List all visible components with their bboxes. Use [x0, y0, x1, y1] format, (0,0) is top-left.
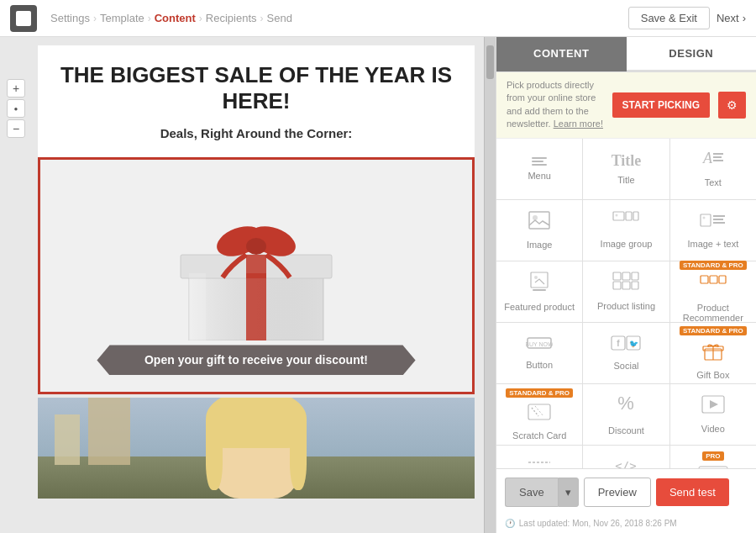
svg-text:BUY NOW: BUY NOW: [526, 341, 553, 347]
block-scratch-card-label: Scratch Card: [512, 430, 566, 441]
gift-banner: Open your gift to receive your discount!: [97, 345, 415, 375]
video-icon: [701, 394, 726, 419]
block-html-code[interactable]: </> HTML code: [583, 446, 669, 468]
save-dropdown-button[interactable]: ▾: [558, 478, 579, 507]
block-text[interactable]: A Text: [670, 139, 756, 199]
tab-design[interactable]: DESIGN: [627, 37, 757, 71]
scratch-card-badge: STANDARD & PRO: [506, 388, 573, 398]
gift-box-badge: STANDARD & PRO: [680, 326, 747, 335]
svg-rect-20: [701, 214, 711, 226]
scratch-card-icon: [527, 403, 552, 425]
svg-rect-23: [713, 219, 723, 220]
svg-point-26: [534, 276, 538, 279]
top-navigation: Settings › Template › Content › Recipien…: [0, 0, 756, 37]
svg-rect-13: [713, 160, 723, 161]
zoom-reset-button[interactable]: ●: [7, 99, 25, 118]
chevron-icon: ›: [148, 13, 151, 24]
zoom-out-button[interactable]: −: [7, 119, 25, 138]
save-button[interactable]: Save: [505, 478, 558, 507]
breadcrumb-recipients[interactable]: Recipients: [206, 12, 257, 24]
block-button-label: Button: [526, 360, 553, 370]
menu-icon: [532, 157, 547, 166]
block-image-text[interactable]: Image + text: [670, 200, 756, 261]
email-headline: THE BIGGEST SALE OF THE YEAR IS HERE!: [55, 62, 458, 114]
block-button[interactable]: BUY NOW Button: [496, 323, 582, 383]
block-menu-label: Menu: [528, 171, 551, 181]
main-area: + ● − THE BIGGEST SALE OF THE YEAR IS HE…: [0, 37, 756, 533]
learn-more-link[interactable]: Learn more!: [554, 119, 603, 129]
block-menu[interactable]: Menu: [496, 139, 582, 199]
svg-rect-33: [632, 282, 638, 289]
image-icon: [528, 210, 551, 235]
svg-rect-16: [613, 212, 624, 220]
svg-rect-29: [622, 272, 630, 280]
product-banner: Pick products directly from your online …: [496, 72, 756, 139]
svg-rect-3: [246, 273, 266, 340]
svg-rect-31: [613, 282, 621, 289]
svg-text:</>: </>: [616, 459, 637, 468]
block-nosto[interactable]: PRO nosto PRO Nosto: [670, 446, 756, 468]
gear-button[interactable]: ⚙: [718, 92, 746, 119]
right-panel: CONTENT DESIGN Pick products directly fr…: [496, 37, 756, 533]
svg-rect-35: [710, 276, 717, 283]
svg-point-21: [702, 217, 705, 219]
scroll-handle[interactable]: [486, 45, 494, 79]
bottom-actions: Save ▾ Preview Send test: [496, 468, 756, 515]
svg-rect-25: [531, 272, 548, 288]
email-subheadline: Deals, Right Around the Corner:: [55, 126, 458, 140]
email-preview: + ● − THE BIGGEST SALE OF THE YEAR IS HE…: [0, 37, 496, 533]
product-banner-text: Pick products directly from your online …: [507, 79, 604, 131]
start-picking-button[interactable]: START PICKING: [612, 92, 710, 118]
svg-rect-28: [613, 272, 621, 280]
nosto-badge: PRO: [702, 451, 723, 461]
breadcrumb-content: Content: [155, 12, 196, 24]
svg-text:A: A: [702, 150, 713, 166]
image-text-icon: [700, 211, 727, 234]
svg-text:f: f: [617, 339, 621, 348]
tab-content[interactable]: CONTENT: [496, 37, 627, 71]
title-icon: Title: [612, 152, 642, 170]
gift-box-block-icon: [701, 340, 725, 365]
block-product-listing[interactable]: Product listing: [583, 261, 669, 322]
preview-button[interactable]: Preview: [584, 478, 651, 507]
block-image-group-label: Image group: [601, 239, 653, 249]
block-social[interactable]: f 🐦 Social: [583, 323, 669, 383]
svg-text:🐦: 🐦: [629, 339, 639, 349]
block-scratch-card[interactable]: STANDARD & PRO Scratch Card: [496, 384, 582, 445]
block-featured-product-label: Featured product: [504, 302, 575, 312]
blocks-grid: Menu Title Title A Text Image: [496, 139, 756, 468]
product-recommender-badge: STANDARD & PRO: [680, 261, 747, 270]
svg-rect-22: [713, 215, 725, 217]
svg-point-8: [246, 238, 266, 255]
send-test-button[interactable]: Send test: [656, 478, 729, 506]
zoom-in-button[interactable]: +: [7, 79, 25, 98]
block-gift-box[interactable]: STANDARD & PRO Gift Box: [670, 323, 756, 383]
svg-rect-9: [189, 273, 206, 340]
block-video-label: Video: [701, 424, 725, 434]
save-exit-button[interactable]: Save & Exit: [628, 7, 710, 29]
block-image-group[interactable]: Image group: [583, 200, 669, 261]
svg-rect-34: [701, 276, 708, 283]
block-image[interactable]: Image: [496, 200, 582, 261]
breadcrumb-send[interactable]: Send: [267, 12, 292, 24]
next-button[interactable]: Next ›: [717, 12, 746, 24]
block-line-space[interactable]: Line / space: [496, 446, 582, 468]
breadcrumb: Settings › Template › Content › Recipien…: [50, 12, 628, 24]
breadcrumb-template[interactable]: Template: [100, 12, 144, 24]
gift-box-section: Open your gift to receive your discount!: [38, 157, 475, 394]
product-listing-icon: [612, 272, 639, 296]
clock-icon: 🕐: [505, 519, 515, 528]
block-featured-product[interactable]: Featured product: [496, 261, 582, 322]
svg-rect-46: [528, 404, 550, 420]
tab-bar: CONTENT DESIGN: [496, 37, 756, 72]
block-discount[interactable]: % Discount: [583, 384, 669, 445]
block-video[interactable]: Video: [670, 384, 756, 445]
nav-actions: Save & Exit Next ›: [628, 7, 746, 29]
block-product-recommender[interactable]: STANDARD & PRO Product Recommender: [670, 261, 756, 322]
scrollbar[interactable]: [484, 37, 496, 533]
breadcrumb-settings[interactable]: Settings: [50, 12, 90, 24]
line-space-icon: [527, 457, 552, 468]
discount-icon: %: [614, 393, 638, 420]
block-discount-label: Discount: [608, 425, 644, 435]
block-title[interactable]: Title Title: [583, 139, 669, 199]
